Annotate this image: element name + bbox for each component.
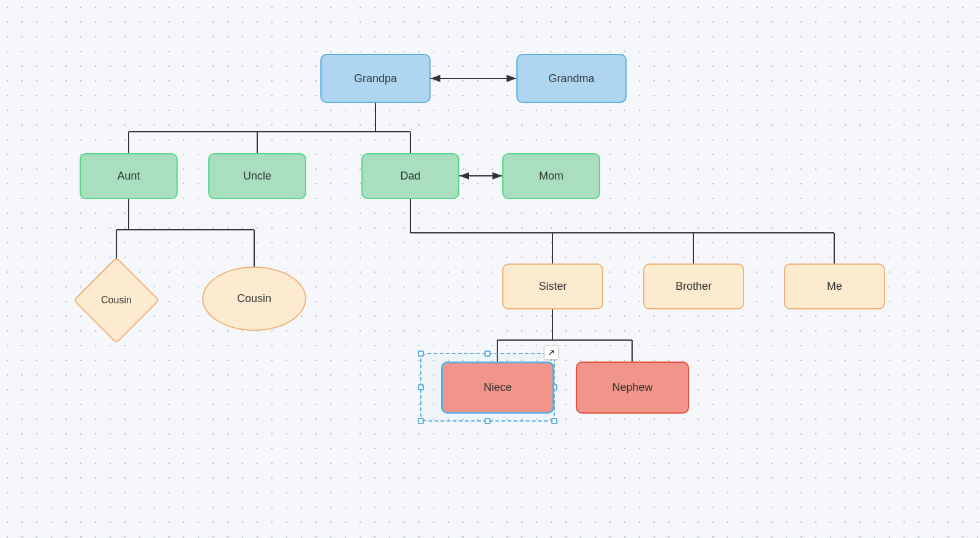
mom-label: Mom: [539, 170, 564, 183]
cousin2-node[interactable]: Cousin: [202, 267, 306, 331]
me-label: Me: [827, 280, 842, 293]
handle-bm[interactable]: [484, 418, 491, 424]
grandma-label: Grandma: [548, 72, 594, 85]
grandpa-node[interactable]: Grandpa: [320, 54, 431, 103]
niece-label: Niece: [483, 381, 511, 394]
dad-label: Dad: [400, 170, 420, 183]
cousin1-label: Cousin: [101, 295, 132, 306]
handle-tm[interactable]: [484, 350, 491, 357]
nephew-label: Nephew: [612, 381, 652, 394]
uncle-node[interactable]: Uncle: [208, 153, 306, 199]
handle-tl[interactable]: [418, 350, 424, 357]
aunt-node[interactable]: Aunt: [80, 153, 178, 199]
cousin1-container[interactable]: Cousin: [74, 263, 159, 337]
handle-ml[interactable]: [418, 384, 424, 390]
me-node[interactable]: Me: [784, 263, 885, 309]
uncle-label: Uncle: [243, 170, 271, 183]
aunt-label: Aunt: [117, 170, 140, 183]
handle-bl[interactable]: [418, 418, 424, 424]
grandma-node[interactable]: Grandma: [516, 54, 627, 103]
sister-label: Sister: [538, 280, 567, 293]
handle-br[interactable]: [551, 418, 557, 424]
mom-node[interactable]: Mom: [502, 153, 600, 199]
cousin2-label: Cousin: [237, 292, 271, 305]
nephew-node[interactable]: Nephew: [576, 362, 689, 414]
family-tree-diagram: Grandpa Grandma Aunt Uncle Dad Mom Cousi…: [0, 0, 980, 538]
grandpa-label: Grandpa: [354, 72, 397, 85]
dad-node[interactable]: Dad: [361, 153, 459, 199]
niece-node[interactable]: Niece: [441, 362, 554, 414]
brother-label: Brother: [676, 280, 712, 293]
context-action-icon[interactable]: ↗: [544, 345, 559, 360]
brother-node[interactable]: Brother: [643, 263, 744, 309]
cousin1-node[interactable]: Cousin: [73, 257, 159, 343]
sister-node[interactable]: Sister: [502, 263, 603, 309]
